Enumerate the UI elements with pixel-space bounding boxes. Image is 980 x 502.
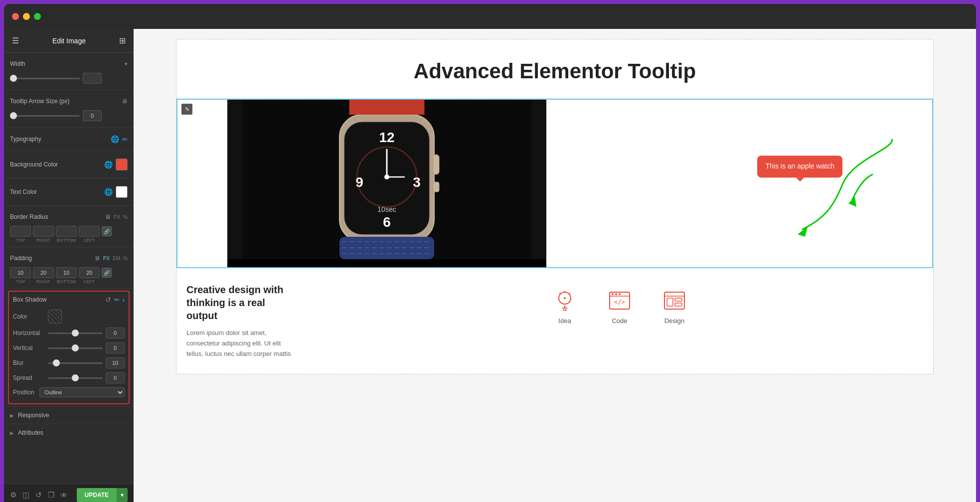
padding-unit-pct[interactable]: % xyxy=(123,256,128,261)
box-shadow-chevron-icon[interactable]: ‹ xyxy=(123,296,125,304)
sublabel-left: LEFT xyxy=(79,238,100,243)
content-section: ✎ xyxy=(176,99,933,268)
update-button[interactable]: UPDATE xyxy=(77,488,117,502)
width-slider[interactable] xyxy=(10,78,80,79)
attributes-chevron-icon: ▶ xyxy=(10,430,14,436)
border-radius-link-icon[interactable]: 🔗 xyxy=(102,226,112,236)
svg-point-30 xyxy=(564,297,566,299)
history-icon[interactable]: ↺ xyxy=(35,491,42,500)
tooltip-arrow-row: Tooltip Arrow Size (px) 🖥 xyxy=(10,94,128,108)
update-arrow-button[interactable]: ▾ xyxy=(117,488,128,502)
background-color-swatch[interactable] xyxy=(116,159,128,170)
padding-bottom[interactable]: 10 xyxy=(56,267,77,278)
box-shadow-blur-wrap: 10 xyxy=(48,357,125,368)
icon-label-idea: Idea xyxy=(558,317,571,325)
border-radius-section: Border Radius 🖥 PX % 🔗 TOP RIGHT xyxy=(4,206,134,247)
svg-point-14 xyxy=(384,174,389,179)
edit-indicator[interactable]: ✎ xyxy=(181,104,192,115)
padding-sublabel-left: LEFT xyxy=(79,279,100,284)
typography-globe-icon[interactable]: 🌐 xyxy=(111,135,119,143)
typography-edit-icon[interactable]: ✏ xyxy=(122,136,128,143)
text-color-globe-icon[interactable]: 🌐 xyxy=(104,188,113,196)
padding-right[interactable]: 20 xyxy=(33,267,54,278)
grid-icon[interactable]: ⊞ xyxy=(119,36,126,45)
border-radius-inputs: 🔗 TOP RIGHT BOTTOM LEFT xyxy=(10,226,128,243)
sidebar-title: Edit Image xyxy=(52,37,86,45)
settings-icon[interactable]: ⚙ xyxy=(10,491,16,500)
svg-rect-6 xyxy=(433,155,439,174)
padding-top[interactable]: 10 xyxy=(10,267,31,278)
border-radius-top[interactable] xyxy=(10,226,31,237)
box-shadow-label: Box Shadow xyxy=(13,296,46,303)
maximize-button[interactable] xyxy=(34,13,41,20)
border-radius-label: Border Radius xyxy=(10,213,48,220)
box-shadow-color-swatch[interactable] xyxy=(48,310,62,324)
box-shadow-reset-icon[interactable]: ↺ xyxy=(105,296,111,304)
box-shadow-position-select[interactable]: Outline Inset xyxy=(39,387,125,397)
border-radius-right[interactable] xyxy=(33,226,54,237)
border-radius-bottom[interactable] xyxy=(56,226,77,237)
sublabel-bottom: BOTTOM xyxy=(56,238,77,243)
box-shadow-vertical-value: 0 xyxy=(106,342,125,353)
box-shadow-horizontal-row: Horizontal 0 xyxy=(13,326,125,340)
attributes-row[interactable]: ▶ Attributes xyxy=(4,424,134,441)
border-radius-unit-pct[interactable]: % xyxy=(123,214,128,220)
box-shadow-edit-icon[interactable]: ✏ xyxy=(114,296,120,304)
border-radius-controls: 🖥 PX % xyxy=(105,213,128,220)
box-shadow-spread-value: 0 xyxy=(106,372,125,383)
traffic-lights xyxy=(12,13,41,20)
responsive-label: Responsive xyxy=(18,412,49,419)
box-shadow-vertical-slider[interactable] xyxy=(48,347,103,349)
left-spacer xyxy=(177,100,227,267)
svg-line-28 xyxy=(559,293,560,294)
main-layout: ☰ Edit Image ⊞ Width ▾ Tooltip Arrow Siz… xyxy=(4,29,976,502)
sidebar: ☰ Edit Image ⊞ Width ▾ Tooltip Arrow Siz… xyxy=(4,29,134,502)
copy-icon[interactable]: ❐ xyxy=(48,491,54,500)
layers-icon[interactable]: ◫ xyxy=(22,491,29,500)
canvas-area: Advanced Elementor Tooltip ✎ xyxy=(134,29,976,502)
svg-point-34 xyxy=(615,293,617,295)
sidebar-bottom: ⚙ ◫ ↺ ❐ 👁 UPDATE ▾ xyxy=(4,484,134,502)
svg-text:</>: </> xyxy=(614,299,625,306)
width-row: Width ▾ xyxy=(10,57,128,71)
width-section: Width ▾ xyxy=(4,53,134,90)
box-shadow-color-row: Color xyxy=(13,308,125,326)
box-shadow-horizontal-slider[interactable] xyxy=(48,333,103,334)
padding-left[interactable]: 20 xyxy=(79,267,100,278)
width-controls: ▾ xyxy=(125,61,128,67)
responsive-row[interactable]: ▶ Responsive xyxy=(4,406,134,424)
svg-text:12: 12 xyxy=(379,130,394,145)
box-shadow-controls: ↺ ✏ ‹ xyxy=(105,296,125,304)
border-radius-sublabels: TOP RIGHT BOTTOM LEFT xyxy=(10,238,128,243)
box-shadow-blur-slider[interactable] xyxy=(48,362,103,364)
eye-icon[interactable]: 👁 xyxy=(60,491,68,500)
box-shadow-blur-value: 10 xyxy=(106,357,125,368)
width-value-box xyxy=(83,73,102,84)
sidebar-header: ☰ Edit Image ⊞ xyxy=(4,29,134,53)
box-shadow-spread-slider[interactable] xyxy=(48,377,103,379)
bg-color-globe-icon[interactable]: 🌐 xyxy=(104,161,113,168)
minimize-button[interactable] xyxy=(23,13,30,20)
icon-label-code: Code xyxy=(612,317,627,325)
tooltip-arrow-slider[interactable] xyxy=(10,115,80,117)
close-button[interactable] xyxy=(12,13,19,20)
padding-sublabel-bottom: BOTTOM xyxy=(56,279,77,284)
padding-unit-px[interactable]: PX xyxy=(103,256,110,261)
border-radius-unit-px[interactable]: PX xyxy=(114,214,120,220)
box-shadow-blur-label: Blur xyxy=(13,359,48,366)
canvas-inner: Advanced Elementor Tooltip ✎ xyxy=(156,39,954,374)
background-color-controls: 🌐 xyxy=(104,159,128,170)
padding-link-icon[interactable]: 🔗 xyxy=(102,268,112,278)
padding-unit-em[interactable]: EM xyxy=(113,256,120,261)
width-slider-container xyxy=(10,71,128,86)
padding-sublabels: TOP RIGHT BOTTOM LEFT xyxy=(10,279,128,284)
browser-chrome xyxy=(4,4,976,29)
text-color-swatch[interactable] xyxy=(116,186,128,198)
width-label: Width xyxy=(10,60,25,67)
border-radius-left[interactable] xyxy=(79,226,100,237)
svg-rect-41 xyxy=(675,303,682,306)
hamburger-icon[interactable]: ☰ xyxy=(12,36,19,45)
box-shadow-horizontal-label: Horizontal xyxy=(13,330,48,336)
box-shadow-blur-row: Blur 10 xyxy=(13,355,125,370)
monitor-icon: 🖥 xyxy=(122,98,128,105)
